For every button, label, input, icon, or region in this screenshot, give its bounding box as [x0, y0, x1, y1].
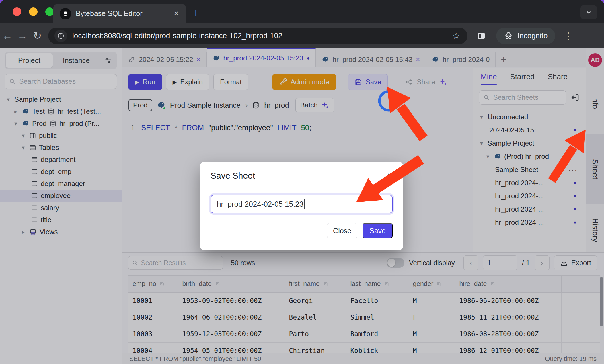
text-caret — [304, 199, 305, 209]
zoom-window-button[interactable] — [45, 7, 54, 16]
back-icon[interactable]: ← — [0, 30, 15, 42]
new-tab-button[interactable]: + — [193, 7, 199, 18]
close-icon[interactable]: × — [387, 170, 393, 181]
tab-close-icon[interactable]: × — [173, 9, 180, 18]
side-panel-icon[interactable] — [476, 31, 486, 41]
close-window-button[interactable] — [13, 7, 21, 16]
browser-tab[interactable]: Bytebase SQL Editor × — [53, 4, 186, 23]
dialog-divider — [211, 187, 393, 187]
incognito-badge: Incognito — [496, 28, 555, 44]
url-bar[interactable]: localhost:8080/sql-editor/prod-sample-in… — [48, 28, 467, 44]
sheet-name-input[interactable]: hr_prod 2024-02-05 15:23 — [211, 195, 393, 213]
browser-window: Bytebase SQL Editor × + ← → ↻ localhost:… — [0, 0, 604, 364]
incognito-spy-icon — [504, 31, 513, 41]
close-button[interactable]: Close — [327, 223, 357, 238]
sheet-name-value: hr_prod 2024-02-05 15:23 — [217, 200, 303, 209]
reload-icon[interactable]: ↻ — [30, 30, 45, 42]
browser-tabstrip: Bytebase SQL Editor × + — [0, 0, 604, 23]
url-text[interactable]: localhost:8080/sql-editor/prod-sample-in… — [72, 31, 447, 40]
tab-search-button[interactable] — [580, 5, 597, 19]
minimize-window-button[interactable] — [29, 7, 38, 16]
browser-menu-icon[interactable]: ⋮ — [564, 30, 573, 41]
forward-icon[interactable]: → — [15, 30, 30, 42]
dialog-save-button[interactable]: Save — [363, 223, 393, 238]
bookmark-star-icon[interactable]: ☆ — [452, 31, 461, 41]
incognito-label: Incognito — [517, 31, 548, 40]
bytebase-favicon — [60, 8, 71, 19]
browser-tab-title: Bytebase SQL Editor — [76, 9, 168, 18]
site-info-icon[interactable] — [54, 30, 67, 42]
browser-toolbar: ← → ↻ localhost:8080/sql-editor/prod-sam… — [0, 23, 604, 48]
traffic-lights — [13, 7, 54, 16]
chevron-down-icon — [585, 8, 593, 16]
save-sheet-dialog: Save Sheet × hr_prod 2024-02-05 15:23 Cl… — [200, 162, 403, 250]
dialog-title: Save Sheet — [211, 171, 255, 181]
